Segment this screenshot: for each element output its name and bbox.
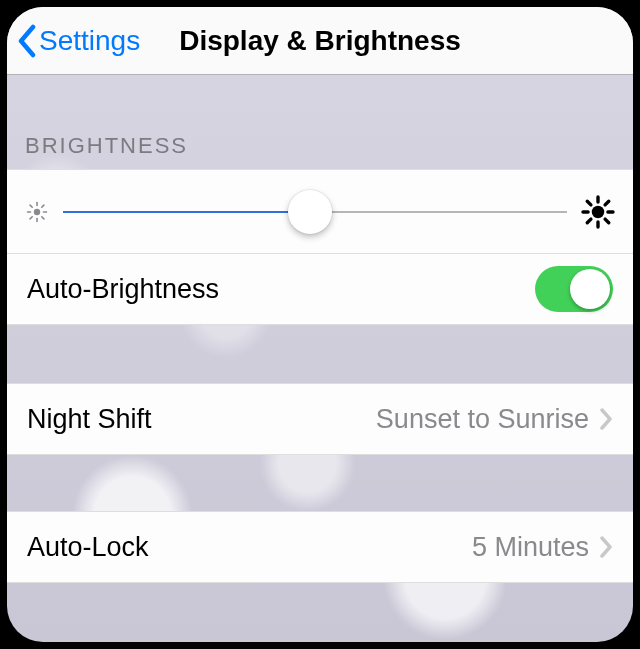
auto-brightness-label: Auto-Brightness [27,274,219,305]
svg-line-17 [605,201,609,205]
night-shift-row[interactable]: Night Shift Sunset to Sunrise [7,383,633,455]
svg-line-16 [587,219,591,223]
auto-lock-label: Auto-Lock [27,532,149,563]
slider-thumb[interactable] [288,190,332,234]
auto-brightness-row: Auto-Brightness [7,253,633,325]
brightness-high-icon [581,195,615,229]
back-button[interactable]: Settings [17,24,140,58]
back-label: Settings [39,25,140,57]
brightness-slider-row [7,169,633,253]
chevron-right-icon [599,408,613,430]
chevron-right-icon [599,536,613,558]
svg-line-15 [605,219,609,223]
svg-line-5 [30,205,32,207]
auto-brightness-toggle[interactable] [535,266,613,312]
chevron-left-icon [17,24,37,58]
brightness-slider[interactable] [63,193,567,231]
auto-lock-value: 5 Minutes [472,532,589,563]
svg-line-14 [587,201,591,205]
brightness-low-icon [25,200,49,224]
svg-line-8 [42,205,44,207]
svg-point-9 [592,205,604,217]
toggle-knob [570,269,610,309]
svg-line-6 [42,216,44,218]
slider-track-fill [63,211,310,213]
divider-gap [7,455,633,511]
divider-gap [7,325,633,383]
night-shift-value: Sunset to Sunrise [376,404,589,435]
svg-line-7 [30,216,32,218]
nav-bar: Settings Display & Brightness [7,7,633,75]
settings-screen: Settings Display & Brightness Brightness [7,7,633,642]
svg-point-0 [34,208,40,214]
section-header-brightness: Brightness [7,75,633,169]
night-shift-label: Night Shift [27,404,152,435]
auto-lock-row[interactable]: Auto-Lock 5 Minutes [7,511,633,583]
